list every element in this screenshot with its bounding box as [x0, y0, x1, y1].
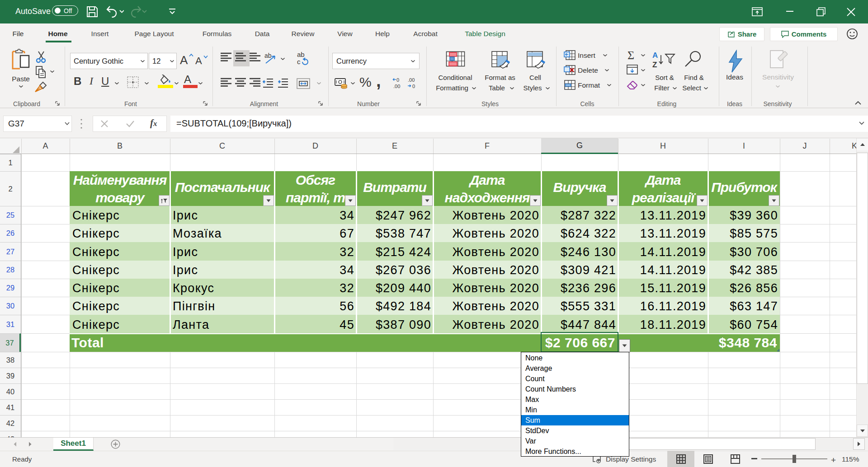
svg-text:.00: .00 — [408, 77, 415, 83]
svg-text:0: 0 — [412, 84, 415, 89]
svg-text:ab: ab — [297, 51, 305, 58]
svg-text:c: c — [297, 58, 301, 65]
svg-text:ab: ab — [264, 52, 272, 59]
svg-text:.00: .00 — [393, 84, 400, 89]
svg-text:A: A — [652, 51, 658, 60]
svg-text:Z: Z — [652, 61, 657, 69]
svg-text:0: 0 — [396, 77, 399, 83]
